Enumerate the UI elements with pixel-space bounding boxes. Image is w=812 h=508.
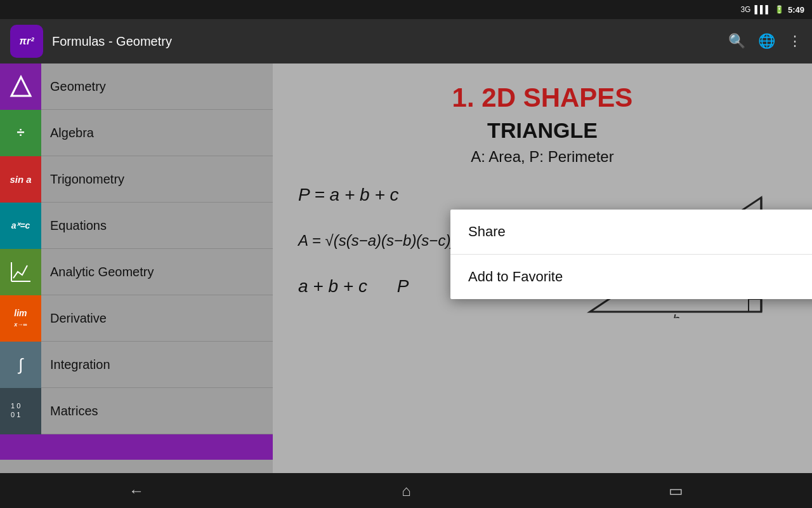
integration-icon: ∫ (0, 342, 41, 388)
wifi-bars-icon: ▌▌▌ (754, 5, 771, 14)
algebra-label: Algebra (41, 126, 94, 140)
sidebar: Geometry ÷ Algebra sin a Trigonometry aˣ… (0, 64, 273, 473)
bottom-nav: ← ⌂ ▭ (0, 473, 812, 508)
battery-icon: 🔋 (775, 5, 784, 14)
sidebar-item-integration[interactable]: ∫ Integration (0, 342, 273, 388)
derivative-icon: limx→∞ (0, 295, 41, 342)
content-subtitle: TRIANGLE (298, 118, 787, 143)
svg-text:0  1: 0 1 (11, 411, 20, 418)
trig-label: Trigonometry (41, 172, 124, 187)
content-description: A: Area, P: Perimeter (298, 148, 787, 166)
main-layout: Geometry ÷ Algebra sin a Trigonometry aˣ… (0, 64, 812, 473)
app-title: Formulas - Geometry (52, 34, 719, 49)
geometry-label: Geometry (41, 79, 106, 94)
sidebar-item-equations[interactable]: aˣ=c Equations (0, 203, 273, 249)
sidebar-item-analytic-geometry[interactable]: Analytic Geometry (0, 249, 273, 295)
context-menu-add-favorite[interactable]: Add to Favorite (450, 255, 812, 299)
sidebar-item-geometry[interactable]: Geometry (0, 64, 273, 110)
analytic-geometry-label: Analytic Geometry (41, 265, 154, 279)
equations-label: Equations (41, 218, 107, 233)
content-area: 1. 2D SHAPES TRIANGLE A: Area, P: Perime… (273, 64, 812, 473)
status-bar: 3G ▌▌▌ 🔋 5:49 (0, 0, 812, 19)
sidebar-item-trigonometry[interactable]: sin a Trigonometry (0, 156, 273, 203)
svg-text:b: b (672, 312, 680, 318)
signal-icon: 3G (740, 5, 750, 14)
equations-icon: aˣ=c (0, 203, 41, 249)
sidebar-item-matrices[interactable]: 1 0 0 1 Matrices (0, 388, 273, 434)
svg-rect-7 (749, 299, 761, 312)
content-title: 1. 2D SHAPES (298, 83, 787, 113)
sidebar-item-algebra[interactable]: ÷ Algebra (0, 110, 273, 156)
search-icon[interactable]: 🔍 (728, 33, 745, 50)
app-bar: πr² Formulas - Geometry 🔍 🌐 ⋮ (0, 19, 812, 64)
sidebar-item-derivative[interactable]: limx→∞ Derivative (0, 295, 273, 342)
derivative-label: Derivative (41, 311, 107, 326)
overflow-menu-icon[interactable]: ⋮ (788, 33, 802, 50)
algebra-icon: ÷ (0, 110, 41, 156)
svg-text:1  0: 1 0 (11, 402, 20, 410)
app-logo: πr² (10, 25, 43, 58)
clock: 5:49 (788, 5, 804, 15)
context-menu: Share Add to Favorite (450, 210, 812, 299)
svg-marker-0 (11, 77, 30, 96)
context-menu-share[interactable]: Share (450, 210, 812, 255)
matrices-label: Matrices (41, 404, 98, 418)
matrices-icon: 1 0 0 1 (0, 388, 41, 434)
recents-button[interactable]: ▭ (650, 477, 702, 505)
geometry-icon (0, 64, 41, 110)
trig-icon: sin a (0, 156, 41, 203)
sidebar-extra-item (0, 434, 273, 460)
analytic-geometry-icon (0, 249, 41, 295)
home-button[interactable]: ⌂ (383, 477, 430, 505)
app-bar-actions: 🔍 🌐 ⋮ (728, 33, 802, 50)
integration-label: Integration (41, 358, 110, 372)
back-button[interactable]: ← (110, 477, 163, 505)
globe-icon[interactable]: 🌐 (758, 33, 775, 50)
